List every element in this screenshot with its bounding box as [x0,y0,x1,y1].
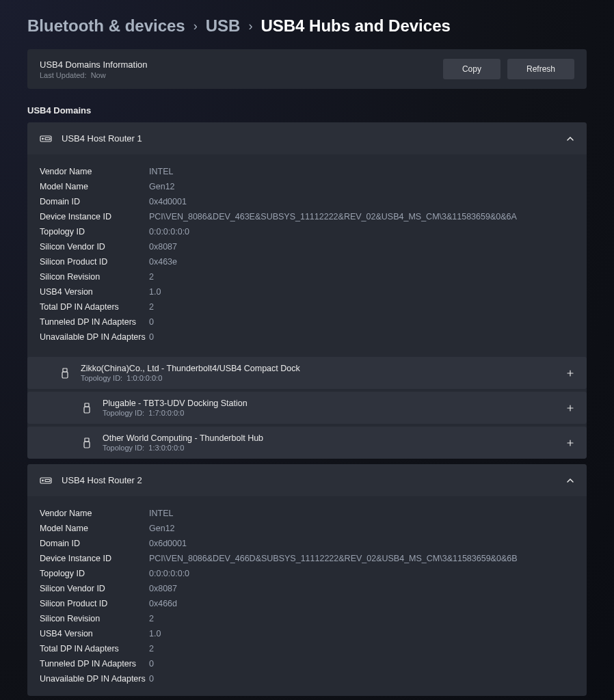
copy-button[interactable]: Copy [443,59,500,79]
router-icon [40,476,52,485]
property-key: USB4 Version [40,287,149,297]
chevron-up-icon [566,135,574,143]
property-value: 1.0 [149,629,161,638]
section-title: USB4 Domains [27,105,587,116]
property-key: Topology ID [40,569,149,578]
svg-rect-11 [45,479,50,481]
router-body: Vendor NameINTELModel NameGen12Domain ID… [27,154,587,354]
property-row: Vendor NameINTEL [40,164,574,179]
usb-device-icon [59,368,71,378]
property-row: Vendor NameINTEL [40,506,574,521]
property-value: 0:0:0:0:0:0 [149,569,189,578]
router-title: USB4 Host Router 1 [62,133,557,144]
expand-icon [566,404,574,412]
property-row: Device Instance IDPCI\VEN_8086&DEV_463E&… [40,209,574,224]
property-value: PCI\VEN_8086&DEV_466D&SUBSYS_11112222&RE… [149,554,518,563]
property-key: Silicon Product ID [40,257,149,267]
chevron-right-icon: › [193,19,198,33]
breadcrumb-current: USB4 Hubs and Devices [261,16,450,36]
device-sub: Topology ID: 1:0:0:0:0:0 [81,374,557,382]
property-key: Silicon Vendor ID [40,242,149,252]
property-value: Gen12 [149,182,175,191]
svg-rect-7 [85,438,89,442]
breadcrumb-bluetooth-devices[interactable]: Bluetooth & devices [27,16,185,36]
property-key: Topology ID [40,227,149,237]
property-row: Device Instance IDPCI\VEN_8086&DEV_466D&… [40,551,574,566]
property-value: 0x466d [149,599,177,608]
property-value: 0:0:0:0:0:0 [149,227,189,237]
property-row: Topology ID0:0:0:0:0:0 [40,566,574,581]
property-value: 0x6d0001 [149,539,187,548]
svg-rect-3 [63,368,67,372]
usb-device-icon [81,403,93,413]
property-row: Topology ID0:0:0:0:0:0 [40,224,574,239]
property-key: Total DP IN Adapters [40,644,149,654]
svg-rect-6 [84,407,90,413]
info-bar: USB4 Domains Information Last Updated: N… [27,49,587,89]
property-row: Silicon Product ID0x463e [40,254,574,269]
info-title: USB4 Domains Information [40,59,148,70]
device-row[interactable]: Other World Computing - Thunderbolt HubT… [27,427,587,459]
expand-icon [566,369,574,377]
property-key: Silicon Product ID [40,599,149,608]
device-sub: Topology ID: 1:3:0:0:0:0 [103,444,557,452]
property-key: Unavailable DP IN Adapters [40,674,149,684]
svg-rect-8 [84,442,90,448]
property-row: Domain ID0x6d0001 [40,536,574,551]
property-value: PCI\VEN_8086&DEV_463E&SUBSYS_11112222&RE… [149,212,517,221]
breadcrumb-usb[interactable]: USB [206,16,241,36]
property-key: Domain ID [40,539,149,548]
property-row: USB4 Version1.0 [40,284,574,299]
breadcrumb: Bluetooth & devices › USB › USB4 Hubs an… [27,16,587,36]
property-row: Tunneled DP IN Adapters0 [40,314,574,329]
property-key: Tunneled DP IN Adapters [40,659,149,669]
property-value: 2 [149,272,154,282]
router-header[interactable]: USB4 Host Router 2 [27,464,587,496]
property-row: Unavailable DP IN Adapters0 [40,671,574,686]
property-row: Silicon Vendor ID0x8087 [40,581,574,596]
device-row[interactable]: Plugable - TBT3-UDV Docking StationTopol… [27,392,587,424]
refresh-button[interactable]: Refresh [507,59,574,79]
property-row: Model NameGen12 [40,521,574,536]
router-icon [40,134,52,144]
property-row: Total DP IN Adapters2 [40,641,574,656]
property-key: Unavailable DP IN Adapters [40,332,149,342]
svg-point-1 [42,138,44,139]
property-value: 2 [149,644,154,654]
usb-device-icon [81,438,93,448]
property-row: Silicon Revision2 [40,269,574,284]
device-name: Zikko(China)Co., Ltd - Thunderbolt4/USB4… [81,364,557,373]
info-last-updated: Last Updated: Now [40,71,148,79]
property-row: Silicon Revision2 [40,611,574,626]
property-row: Tunneled DP IN Adapters0 [40,656,574,671]
property-value: 2 [149,614,154,623]
property-key: Device Instance ID [40,212,149,221]
property-value: INTEL [149,509,173,518]
router-card: USB4 Host Router 1Vendor NameINTELModel … [27,122,587,459]
property-key: USB4 Version [40,629,149,638]
router-header[interactable]: USB4 Host Router 1 [27,122,587,154]
property-value: Gen12 [149,524,175,533]
property-value: 1.0 [149,287,161,297]
property-key: Vendor Name [40,167,149,176]
property-key: Model Name [40,524,149,533]
device-sub: Topology ID: 1:7:0:0:0:0 [103,409,557,417]
property-value: INTEL [149,167,173,176]
device-row[interactable]: Zikko(China)Co., Ltd - Thunderbolt4/USB4… [27,357,587,389]
device-name: Plugable - TBT3-UDV Docking Station [103,399,557,408]
property-key: Total DP IN Adapters [40,302,149,312]
property-value: 0 [149,674,154,684]
property-key: Tunneled DP IN Adapters [40,317,149,327]
property-value: 0 [149,659,154,669]
property-value: 0x4d0001 [149,197,187,206]
property-value: 0x463e [149,257,177,267]
property-row: Unavailable DP IN Adapters0 [40,329,574,345]
property-key: Silicon Vendor ID [40,584,149,593]
property-key: Model Name [40,182,149,191]
property-key: Silicon Revision [40,272,149,282]
svg-rect-4 [62,372,68,378]
property-row: Silicon Product ID0x466d [40,596,574,611]
property-key: Domain ID [40,197,149,206]
svg-rect-5 [85,403,89,407]
property-row: Total DP IN Adapters2 [40,299,574,314]
